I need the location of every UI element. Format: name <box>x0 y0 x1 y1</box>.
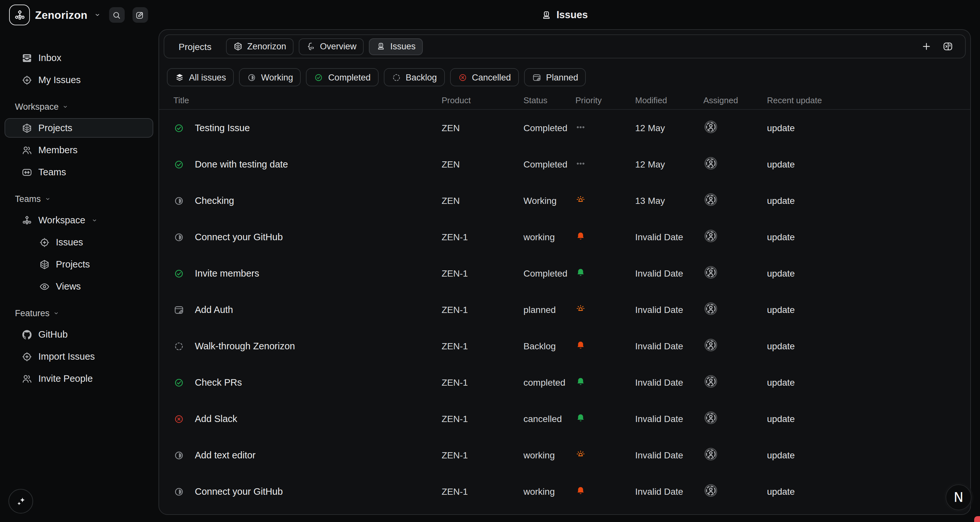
sidebar-item-teams[interactable]: Teams <box>5 162 153 182</box>
avatar-icon <box>703 265 718 280</box>
plus-icon <box>921 41 932 52</box>
issue-title: Connect your GitHub <box>195 486 283 497</box>
filter-working[interactable]: Working <box>239 68 301 86</box>
issue-row[interactable]: Add Slack ZEN-1 cancelled Invalid Date u… <box>159 401 970 437</box>
issue-modified: 12 May <box>635 159 703 170</box>
issue-recent-update: update <box>767 305 970 315</box>
brand-name: Zenorizon <box>35 9 88 21</box>
issue-modified: Invalid Date <box>635 377 703 388</box>
sidebar-item-import-issues[interactable]: Import Issues <box>5 347 153 366</box>
issue-modified: Invalid Date <box>635 341 703 351</box>
filter-all-issues[interactable]: All issues <box>167 68 234 86</box>
workspace-switcher[interactable]: Zenorizon <box>9 5 148 25</box>
issue-row[interactable]: Add Auth ZEN-1 planned Invalid Date upda… <box>159 292 970 328</box>
issue-modified: Invalid Date <box>635 268 703 279</box>
sidebar-item-my-issues[interactable]: My Issues <box>5 70 153 90</box>
issue-modified: Invalid Date <box>635 450 703 460</box>
cancelled-icon <box>458 72 467 82</box>
avatar-icon <box>703 447 718 462</box>
issue-status: Backlog <box>523 341 575 351</box>
issue-row[interactable]: Connect your GitHub ZEN-1 working Invali… <box>159 473 970 510</box>
issue-modified: Invalid Date <box>635 414 703 424</box>
avatar-icon <box>703 192 718 207</box>
sidebar-item-projects[interactable]: Projects <box>5 254 153 274</box>
column-header-assigned[interactable]: Assigned <box>703 95 767 105</box>
issue-row[interactable]: Check PRs ZEN-1 completed Invalid Date u… <box>159 364 970 401</box>
code-icon <box>305 41 315 51</box>
add-tab-button[interactable] <box>921 41 932 52</box>
sidebar-item-members[interactable]: Members <box>5 140 153 160</box>
issue-title: Check PRs <box>195 377 242 388</box>
column-header-priority[interactable]: Priority <box>575 95 635 105</box>
planned-icon <box>531 72 541 82</box>
bell-icon <box>575 231 586 241</box>
issue-product: ZEN-1 <box>442 305 523 315</box>
cube-icon <box>21 122 32 133</box>
issue-status: Completed <box>523 123 575 133</box>
completed-icon <box>173 268 185 279</box>
issue-recent-update: update <box>767 232 970 242</box>
tab-issues[interactable]: Issues <box>369 38 423 55</box>
column-header-title[interactable]: Title <box>173 95 442 105</box>
issue-row[interactable]: Invite members ZEN-1 Completed Invalid D… <box>159 255 970 292</box>
sidebar-item-invite-people[interactable]: Invite People <box>5 369 153 388</box>
issue-product: ZEN-1 <box>442 268 523 279</box>
issue-row[interactable]: Walk-through Zenorizon ZEN-1 Backlog Inv… <box>159 328 970 364</box>
target-icon <box>39 236 50 248</box>
issue-product: ZEN-1 <box>442 232 523 242</box>
sidebar-item-issues[interactable]: Issues <box>5 232 153 252</box>
sidebar-item-inbox[interactable]: Inbox <box>5 48 153 68</box>
column-header-status[interactable]: Status <box>523 95 575 105</box>
issue-status: working <box>523 232 575 242</box>
issue-title: Done with testing date <box>195 159 288 170</box>
dev-overlay-badge <box>974 516 980 522</box>
chevron-down-icon <box>93 11 101 19</box>
sidebar-item-projects[interactable]: Projects <box>5 118 153 138</box>
sidebar-section-workspace[interactable]: Workspace <box>5 99 153 114</box>
issue-row[interactable]: Testing Issue ZEN Completed 12 May updat… <box>159 110 970 146</box>
issue-row[interactable]: Add text editor ZEN-1 working Invalid Da… <box>159 437 970 473</box>
cube-icon <box>233 41 243 51</box>
cancelled-icon <box>173 413 185 424</box>
issue-product: ZEN <box>442 195 523 206</box>
issue-product: ZEN-1 <box>442 377 523 388</box>
tab-zenorizon[interactable]: Zenorizon <box>226 38 293 55</box>
filter-completed[interactable]: Completed <box>306 68 379 86</box>
target-icon <box>21 75 32 86</box>
tab-overview[interactable]: Overview <box>298 38 364 55</box>
avatar-icon <box>703 338 718 352</box>
issue-status: completed <box>523 377 575 388</box>
issue-title: Testing Issue <box>195 123 250 133</box>
issue-modified: 13 May <box>635 195 703 206</box>
issue-product: ZEN-1 <box>442 486 523 497</box>
sidebar-section-features[interactable]: Features <box>5 305 153 321</box>
compose-button[interactable] <box>132 7 148 23</box>
issue-recent-update: update <box>767 414 970 424</box>
breadcrumb[interactable]: Projects <box>178 41 212 52</box>
column-header-recent-update[interactable]: Recent update <box>767 95 970 105</box>
sidebar-section-teams[interactable]: Teams <box>5 191 153 206</box>
user-badge[interactable]: N <box>946 484 972 510</box>
issue-row[interactable]: Checking ZEN Working 13 May update <box>159 182 970 219</box>
filter-cancelled[interactable]: Cancelled <box>450 68 519 86</box>
filter-planned[interactable]: Planned <box>524 68 586 86</box>
column-header-product[interactable]: Product <box>442 95 523 105</box>
tab-bar: Projects ZenorizonOverviewIssues <box>164 35 966 59</box>
column-header-modified[interactable]: Modified <box>635 95 703 105</box>
chevron-down-icon <box>91 217 99 224</box>
filter-backlog[interactable]: Backlog <box>383 68 445 86</box>
issue-row[interactable]: Done with testing date ZEN Completed 12 … <box>159 146 970 182</box>
assistant-button[interactable] <box>8 489 33 514</box>
search-button[interactable] <box>109 7 124 23</box>
search-icon <box>112 10 121 20</box>
tab-actions <box>921 41 953 52</box>
issue-row[interactable]: Connect your GitHub ZEN-1 working Invali… <box>159 219 970 255</box>
sidebar-item-views[interactable]: Views <box>5 276 153 296</box>
issue-status: planned <box>523 305 575 315</box>
panel-toggle-button[interactable] <box>942 41 953 52</box>
siren-icon <box>541 10 552 21</box>
chevron-down-icon <box>44 195 51 202</box>
issue-recent-update: update <box>767 123 970 133</box>
sidebar-item-github[interactable]: GitHub <box>5 325 153 344</box>
sidebar-item-workspace[interactable]: Workspace <box>5 210 153 230</box>
